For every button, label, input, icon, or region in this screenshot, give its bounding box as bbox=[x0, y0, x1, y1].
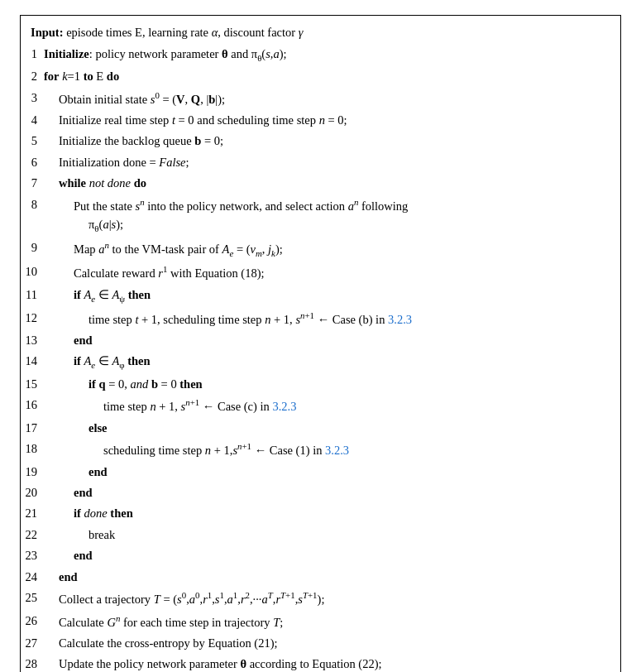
line-content-15: if q = 0, and b = 0 then bbox=[44, 375, 620, 393]
line-num-5: 5 bbox=[21, 132, 44, 150]
line-content-6: Initialization done = False; bbox=[44, 153, 620, 171]
line-content-7: while not done do bbox=[44, 174, 620, 192]
line-num-28: 28 bbox=[21, 655, 44, 672]
algo-line-26: 26Calculate Gn for each time step in tra… bbox=[21, 610, 620, 632]
line-num-23: 23 bbox=[21, 546, 44, 564]
algo-line-10: 10Calculate reward r1 with Equation (18)… bbox=[21, 262, 620, 284]
algo-line-27: 27Calculate the cross-entropy by Equatio… bbox=[21, 632, 620, 653]
algo-line-8: 8Put the state sn into the policy networ… bbox=[21, 194, 620, 237]
line-content-2: for k=1 to E do bbox=[44, 67, 620, 85]
line-content-4: Initialize real time step t = 0 and sche… bbox=[44, 111, 620, 129]
line-content-17: else bbox=[44, 419, 620, 437]
line-num-12: 12 bbox=[21, 309, 44, 327]
line-num-13: 13 bbox=[21, 331, 44, 349]
line-content-18: scheduling time step n + 1,sn+1 ← Case (… bbox=[44, 439, 620, 459]
line-content-27: Calculate the cross-entropy by Equation … bbox=[44, 634, 620, 652]
algo-line-25: 25Collect a trajectory T = (s0,a0,r1,s1,… bbox=[21, 588, 620, 610]
algo-line-23: 23end bbox=[21, 545, 620, 566]
line-content-1: Initialize: policy network parameter θ a… bbox=[44, 45, 620, 65]
algo-line-16: 16time step n + 1, sn+1 ← Case (c) in 3.… bbox=[21, 395, 620, 417]
algo-line-13: 13end bbox=[21, 329, 620, 350]
line-num-10: 10 bbox=[21, 262, 44, 281]
line-content-19: end bbox=[44, 463, 620, 481]
algorithm-lines: 1Initialize: policy network parameter θ … bbox=[21, 43, 620, 672]
line-content-25: Collect a trajectory T = (s0,a0,r1,s1,a1… bbox=[44, 588, 620, 608]
algo-line-7: 7while not done do bbox=[21, 173, 620, 194]
line-num-19: 19 bbox=[21, 463, 44, 481]
line-num-2: 2 bbox=[21, 67, 44, 85]
line-content-12: time step t + 1, scheduling time step n … bbox=[44, 309, 620, 329]
line-num-11: 11 bbox=[21, 286, 44, 304]
algo-line-6: 6Initialization done = False; bbox=[21, 151, 620, 172]
line-num-26: 26 bbox=[21, 612, 44, 630]
line-num-21: 21 bbox=[21, 504, 44, 522]
line-num-9: 9 bbox=[21, 238, 44, 257]
algo-line-17: 17else bbox=[21, 417, 620, 438]
line-num-4: 4 bbox=[21, 111, 44, 129]
line-num-8: 8 bbox=[21, 195, 44, 214]
algo-line-2: 2for k=1 to E do bbox=[21, 66, 620, 87]
line-content-22: break bbox=[44, 526, 620, 544]
line-content-20: end bbox=[44, 483, 620, 502]
line-content-23: end bbox=[44, 546, 620, 564]
line-num-24: 24 bbox=[21, 568, 44, 586]
algo-line-28: 28Update the policy network parameter θ … bbox=[21, 654, 620, 672]
line-content-26: Calculate Gn for each time step in traje… bbox=[44, 612, 620, 631]
algo-line-9: 9Map an to the VM-task pair of Ae = (vm,… bbox=[21, 237, 620, 262]
input-text: episode times E, learning rate α, discou… bbox=[66, 26, 303, 39]
line-num-18: 18 bbox=[21, 439, 44, 458]
line-num-17: 17 bbox=[21, 419, 44, 437]
algo-line-4: 4Initialize real time step t = 0 and sch… bbox=[21, 110, 620, 131]
algo-line-15: 15if q = 0, and b = 0 then bbox=[21, 374, 620, 395]
algo-line-19: 19end bbox=[21, 461, 620, 482]
line-num-15: 15 bbox=[21, 375, 44, 393]
line-content-11: if Ae ∈ Aψ then bbox=[44, 286, 620, 306]
algo-line-20: 20end bbox=[21, 482, 620, 503]
line-content-8: Put the state sn into the policy network… bbox=[44, 195, 620, 236]
line-num-20: 20 bbox=[21, 483, 44, 502]
line-content-9: Map an to the VM-task pair of Ae = (vm, … bbox=[44, 238, 620, 261]
algo-line-12: 12time step t + 1, scheduling time step … bbox=[21, 307, 620, 329]
algo-line-18: 18scheduling time step n + 1,sn+1 ← Case… bbox=[21, 439, 620, 461]
line-content-10: Calculate reward r1 with Equation (18); bbox=[44, 262, 620, 282]
algorithm-box: Input: episode times E, learning rate α,… bbox=[20, 15, 621, 672]
line-num-1: 1 bbox=[21, 45, 44, 63]
line-content-5: Initialize the backlog queue b = 0; bbox=[44, 132, 620, 150]
line-content-21: if done then bbox=[44, 504, 620, 522]
line-content-28: Update the policy network parameter θ ac… bbox=[44, 655, 620, 672]
algo-line-14: 14if Ae ∈ Aφ then bbox=[21, 351, 620, 374]
line-num-14: 14 bbox=[21, 352, 44, 370]
line-num-27: 27 bbox=[21, 634, 44, 652]
algo-line-3: 3Obtain initial state s0 = (V, Q, |b|); bbox=[21, 87, 620, 109]
input-label: Input: bbox=[31, 26, 64, 39]
line-content-16: time step n + 1, sn+1 ← Case (c) in 3.2.… bbox=[44, 396, 620, 415]
algo-line-24: 24end bbox=[21, 566, 620, 587]
input-line: Input: episode times E, learning rate α,… bbox=[21, 24, 620, 43]
algo-line-1: 1Initialize: policy network parameter θ … bbox=[21, 43, 620, 66]
algo-line-22: 22break bbox=[21, 524, 620, 545]
line-content-3: Obtain initial state s0 = (V, Q, |b|); bbox=[44, 89, 620, 108]
algo-line-11: 11if Ae ∈ Aψ then bbox=[21, 284, 620, 307]
line-content-13: end bbox=[44, 331, 620, 349]
algo-line-5: 5Initialize the backlog queue b = 0; bbox=[21, 131, 620, 151]
line-num-22: 22 bbox=[21, 526, 44, 544]
line-num-16: 16 bbox=[21, 396, 44, 414]
line-num-3: 3 bbox=[21, 89, 44, 107]
line-num-6: 6 bbox=[21, 153, 44, 171]
line-content-24: end bbox=[44, 568, 620, 586]
line-content-14: if Ae ∈ Aφ then bbox=[44, 352, 620, 372]
algo-line-21: 21if done then bbox=[21, 503, 620, 524]
line-num-25: 25 bbox=[21, 588, 44, 607]
line-num-7: 7 bbox=[21, 174, 44, 192]
